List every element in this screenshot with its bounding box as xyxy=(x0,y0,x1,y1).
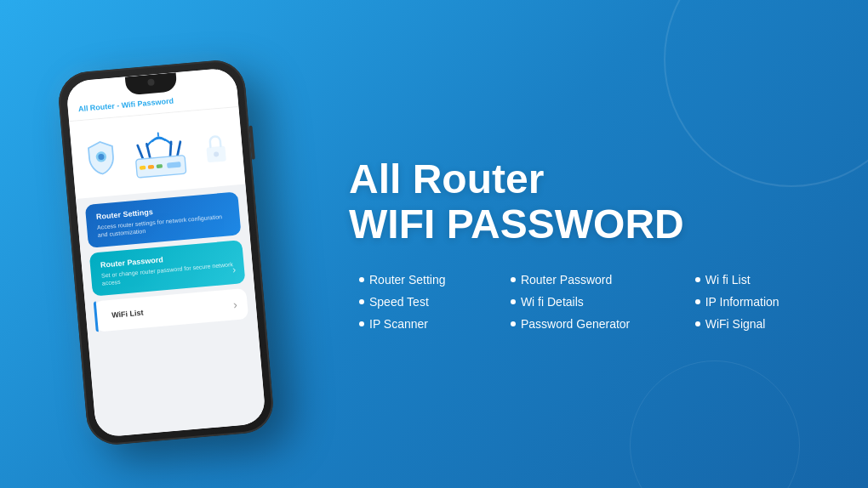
feature-wifi-list: Wi fi List xyxy=(685,273,834,287)
feature-label: Wi fi Details xyxy=(521,295,584,309)
phone-mockup: All Router - Wifi Password xyxy=(0,0,323,488)
feature-ip-information: IP Information xyxy=(685,295,834,309)
feature-router-password: Router Password xyxy=(500,273,685,287)
svg-rect-8 xyxy=(148,165,155,169)
feature-label: Password Generator xyxy=(521,317,630,331)
menu-item-router-password[interactable]: Router Password Set or change router pas… xyxy=(89,240,246,297)
features-grid: Router Setting Router Password Wi fi Lis… xyxy=(349,273,834,331)
feature-password-generator: Password Generator xyxy=(500,317,685,331)
feature-label: IP Scanner xyxy=(369,317,428,331)
lock-icon xyxy=(202,132,230,164)
bullet-icon xyxy=(359,299,364,304)
feature-label: Router Password xyxy=(521,273,612,287)
svg-rect-9 xyxy=(157,164,163,168)
bullet-icon xyxy=(359,277,364,282)
title-line2: WIFI PASSWORD xyxy=(349,202,834,247)
bullet-icon xyxy=(695,321,700,326)
bullet-icon xyxy=(695,299,700,304)
feature-speed-test: Speed Test xyxy=(349,295,500,309)
bullet-icon xyxy=(695,277,700,282)
feature-router-setting: Router Setting xyxy=(349,273,500,287)
app-title: All Router - Wifi Password xyxy=(77,97,174,114)
feature-label: WiFi Signal xyxy=(705,317,766,331)
bullet-icon xyxy=(511,277,516,282)
feature-wifi-details: Wi fi Details xyxy=(500,295,685,309)
feature-label: Wi fi List xyxy=(705,273,751,287)
menu-section: Router Settings Access router settings f… xyxy=(76,184,266,438)
feature-ip-scanner: IP Scanner xyxy=(349,317,500,331)
wifi-list-chevron: › xyxy=(232,298,237,311)
svg-line-4 xyxy=(168,142,172,157)
feature-label: Router Setting xyxy=(369,273,446,287)
bullet-icon xyxy=(511,321,516,326)
svg-line-3 xyxy=(146,144,150,159)
router-image xyxy=(119,117,201,188)
menu-item-router-settings[interactable]: Router Settings Access router settings f… xyxy=(85,191,242,248)
shield-icon xyxy=(84,139,118,177)
bullet-icon xyxy=(511,299,516,304)
svg-rect-7 xyxy=(140,166,146,170)
menu-item-wifi-list[interactable]: WiFi List › xyxy=(94,288,248,332)
bullet-icon xyxy=(359,321,364,326)
router-illustration-area xyxy=(69,107,245,199)
feature-label: Speed Test xyxy=(369,295,429,309)
feature-wifi-signal: WiFi Signal xyxy=(685,317,834,331)
chevron-icon: › xyxy=(231,264,236,275)
wifi-list-title: WiFi List xyxy=(105,309,144,321)
feature-label: IP Information xyxy=(705,295,779,309)
